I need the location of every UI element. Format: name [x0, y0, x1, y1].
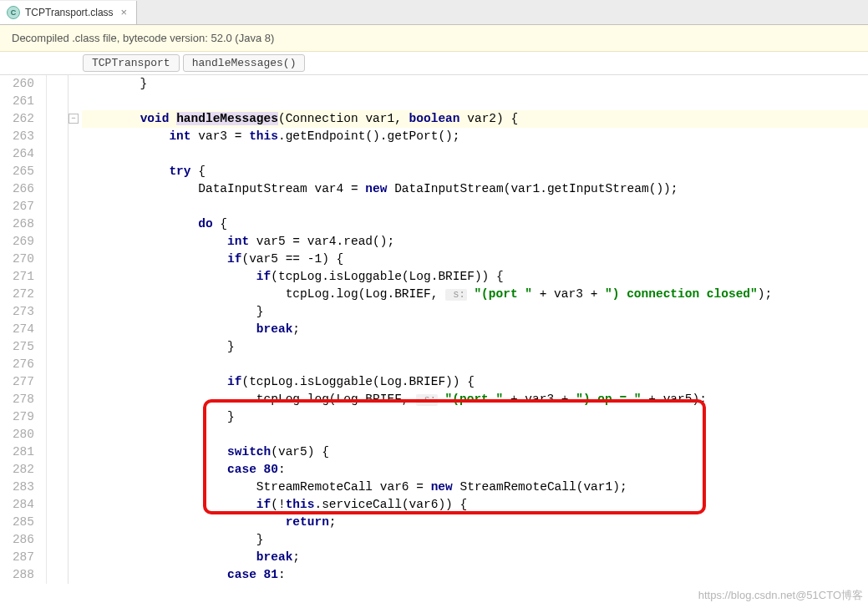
breadcrumb-method[interactable]: handleMessages(): [183, 54, 306, 72]
breadcrumb-class[interactable]: TCPTransport: [83, 54, 180, 72]
decompiled-info-bar: Decompiled .class file, bytecode version…: [0, 25, 868, 52]
code-line: int var3 = this.getEndpoint().getPort();: [82, 128, 868, 145]
code-line: if(tcpLog.isLoggable(Log.BRIEF)) {: [82, 268, 868, 286]
code-line: return;: [82, 514, 868, 531]
code-line: break;: [82, 549, 868, 566]
code-editor[interactable]: 260 261 262 263 264 265 266 267 268 269 …: [0, 75, 868, 584]
code-line: }: [82, 303, 868, 321]
code-line: case 81:: [82, 566, 868, 584]
code-line: break;: [82, 321, 868, 338]
fold-marker-icon[interactable]: −: [69, 114, 79, 124]
code-line: tcpLog.log(Log.BRIEF, s: "(port " + var3…: [82, 391, 868, 408]
line-number-gutter: 260 261 262 263 264 265 266 267 268 269 …: [0, 75, 47, 584]
file-tab[interactable]: C TCPTransport.class ×: [0, 1, 137, 24]
code-line: DataInputStream var4 = new DataInputStre…: [82, 180, 868, 198]
code-line: void handleMessages(Connection var1, boo…: [82, 110, 868, 128]
code-line: }: [82, 75, 868, 93]
code-line: do {: [82, 215, 868, 233]
close-icon[interactable]: ×: [119, 6, 130, 18]
breadcrumb: TCPTransport handleMessages(): [0, 52, 868, 75]
code-line: if(var5 == -1) {: [82, 251, 868, 268]
tab-bar: C TCPTransport.class ×: [0, 0, 868, 25]
code-line: }: [82, 338, 868, 356]
code-line: int var5 = var4.read();: [82, 233, 868, 251]
code-line: if(tcpLog.isLoggable(Log.BRIEF)) {: [82, 373, 868, 391]
code-line: if(!this.serviceCall(var6)) {: [82, 496, 868, 514]
fold-gutter: −: [69, 75, 82, 584]
code-content[interactable]: } void handleMessages(Connection var1, b…: [82, 75, 868, 584]
code-line: switch(var5) {: [82, 443, 868, 461]
code-line: tcpLog.log(Log.BRIEF, s: "(port " + var3…: [82, 286, 868, 303]
code-line: try {: [82, 163, 868, 180]
tab-label: TCPTransport.class: [25, 7, 114, 18]
code-line: StreamRemoteCall var6 = new StreamRemote…: [82, 479, 868, 496]
code-line: }: [82, 408, 868, 426]
annotation-gutter: [47, 75, 69, 584]
code-line: }: [82, 531, 868, 549]
class-file-icon: C: [7, 6, 20, 19]
watermark: https://blog.csdn.net@51CTO博客: [698, 588, 863, 603]
code-line: case 80:: [82, 461, 868, 479]
